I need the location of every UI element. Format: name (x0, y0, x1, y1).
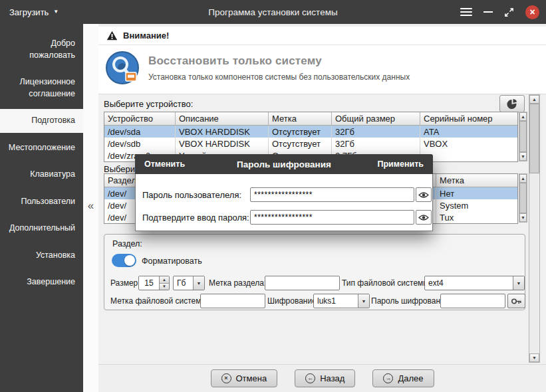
key-icon (511, 296, 522, 306)
partition-group: Раздел: Форматировать Размер: 15 ▲ ▼ Гб … (104, 234, 525, 310)
scrollbar-thumb[interactable] (519, 121, 527, 152)
page-subtitle: Установка только компонентов системы без… (148, 72, 410, 82)
cell: System (436, 199, 517, 211)
encryption-select[interactable]: luks1 ▼ (313, 294, 370, 308)
sidebar-collapse-button[interactable]: « (83, 199, 98, 213)
close-icon: × (529, 7, 535, 17)
footer-bar: × Отмена ← Назад → Далее (98, 364, 546, 392)
sidebar-item-keyboard[interactable]: Клавиатура (0, 163, 83, 187)
sidebar-item-users[interactable]: Пользователи (0, 190, 83, 214)
fs-label-label: Метка файловой системы: (110, 296, 209, 306)
password-label: Пароль пользователеля: (142, 190, 241, 200)
cell: ATA (420, 126, 517, 138)
sidebar-item-preparation[interactable]: Подготовка (0, 109, 83, 133)
scroll-down-icon[interactable]: ▼ (529, 353, 539, 362)
dialog-cancel-button[interactable]: Отменить (144, 159, 185, 169)
size-value: 15 (139, 276, 159, 290)
steps-sidebar: Добро пожаловать Лицензионное соглашение… (0, 24, 83, 392)
cell: Нет (436, 187, 517, 199)
chevron-down-icon: ▼ (193, 276, 204, 290)
size-stepper[interactable]: 15 ▲ ▼ (138, 276, 170, 290)
stepper-down-icon[interactable]: ▼ (160, 284, 169, 290)
back-arrow-icon: ← (305, 373, 315, 383)
confirm-password-label: Подтвердите ввод пароля: (142, 213, 249, 223)
format-toggle[interactable] (112, 254, 136, 267)
pie-chart-button[interactable] (499, 95, 525, 112)
table-row[interactable]: /dev/sda VBOX HARDDISK Отсутствует 32Гб … (104, 126, 517, 138)
cancel-button[interactable]: × Отмена (211, 369, 278, 387)
table-row[interactable]: /dev/sdb VBOX HARDDISK Отсутствует 32Гб … (104, 138, 517, 149)
window-controls: × (460, 0, 539, 24)
enc-password-label: Пароль шифрования: (371, 296, 452, 306)
stepper-buttons: ▲ ▼ (159, 276, 169, 290)
key-button[interactable] (507, 294, 525, 308)
fs-type-label: Тип файловой системы: (342, 278, 431, 288)
enc-password-input[interactable] (440, 294, 505, 308)
minimize-button[interactable] (483, 5, 493, 19)
restore-system-icon (105, 50, 140, 85)
sidebar-item-welcome[interactable]: Добро пожаловать (0, 32, 83, 67)
show-confirm-password-button[interactable] (416, 210, 432, 225)
password-input[interactable] (250, 187, 414, 202)
column-header-label[interactable]: Метка (269, 112, 332, 125)
scroll-up-icon[interactable]: ▲ (529, 95, 539, 104)
menu-icon[interactable] (460, 8, 472, 16)
sidebar-item-location[interactable]: Местоположение (0, 136, 83, 160)
next-arrow-icon: → (383, 373, 393, 383)
titlebar: Загрузить ▼ Программа установки системы … (0, 0, 546, 24)
page-header: Внимание! Восстановить только систему Ус… (98, 27, 546, 94)
scrollbar-thumb[interactable] (519, 183, 527, 213)
device-table-scrollbar: ▲ ▼ (519, 112, 527, 161)
warning-bar: Внимание! (98, 27, 546, 45)
step-header: Восстановить только систему Установка то… (105, 50, 410, 85)
cell: /dev/sda (104, 126, 176, 138)
cell: VBOX HARDDISK (176, 138, 269, 149)
scroll-down-icon[interactable]: ▼ (519, 213, 527, 222)
load-button-label: Загрузить (9, 7, 49, 17)
column-header-label[interactable]: Метка (436, 174, 517, 187)
content-scrollbar: ▲ ▼ (529, 94, 540, 363)
next-button[interactable]: → Далее (372, 369, 434, 387)
cell: 32Гб (332, 126, 420, 138)
fs-type-select[interactable]: ext4 ▼ (424, 276, 525, 290)
back-button[interactable]: ← Назад (295, 369, 355, 387)
close-button[interactable]: × (525, 5, 539, 19)
stepper-up-icon[interactable]: ▲ (160, 276, 169, 284)
format-toggle-label: Форматировать (142, 256, 202, 266)
sidebar-item-finish[interactable]: Завершение (0, 270, 83, 294)
chevron-down-icon: ▼ (358, 294, 369, 308)
column-header-serial[interactable]: Серийный номер (420, 112, 517, 125)
column-header-size[interactable]: Общий размер (332, 112, 420, 125)
confirm-password-input[interactable] (250, 210, 414, 225)
fs-label-input[interactable] (200, 294, 265, 308)
cell (420, 149, 517, 161)
column-header-device[interactable]: Устройство (104, 112, 176, 125)
scroll-up-icon[interactable]: ▲ (519, 174, 527, 183)
warning-icon (106, 31, 118, 41)
maximize-button[interactable] (504, 7, 514, 17)
fs-type-value: ext4 (425, 276, 513, 290)
back-button-label: Назад (320, 373, 344, 383)
scroll-up-icon[interactable]: ▲ (519, 112, 527, 121)
dialog-body: Пароль пользователеля: Подтвердите ввод … (135, 174, 433, 231)
dialog-apply-button[interactable]: Применить (377, 159, 424, 169)
load-button[interactable]: Загрузить ▼ (0, 0, 68, 24)
sidebar-item-installation[interactable]: Установка (0, 244, 83, 268)
sidebar-item-license[interactable]: Лицензионное соглашение (0, 70, 83, 106)
page-title: Восстановить только систему (148, 54, 410, 68)
next-button-label: Далее (398, 373, 423, 383)
scrollbar-thumb[interactable] (529, 104, 539, 173)
show-password-button[interactable] (416, 187, 432, 202)
window-title: Программа установки системы (113, 0, 433, 24)
dialog-titlebar: Отменить Пароль шифрования Применить (135, 154, 433, 174)
step-header-text: Восстановить только систему Установка то… (148, 54, 410, 82)
size-unit-select[interactable]: Гб ▼ (173, 276, 205, 290)
partition-label-label: Метка раздела: (209, 278, 266, 288)
cell: VBOX (420, 138, 517, 149)
column-header-description[interactable]: Описание (176, 112, 269, 125)
size-unit-value: Гб (174, 276, 193, 290)
sidebar-item-additional[interactable]: Дополнительный (0, 217, 83, 241)
scroll-down-icon[interactable]: ▼ (519, 152, 527, 161)
partition-label-input[interactable] (265, 276, 340, 290)
cell: 32Гб (332, 138, 420, 149)
